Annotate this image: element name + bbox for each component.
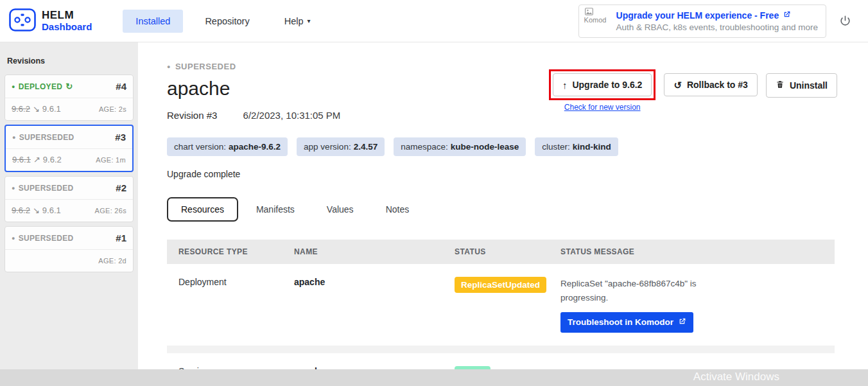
revision-label: Revision #3 — [167, 110, 217, 121]
new-version: 9.6.2 — [43, 155, 62, 164]
logo-title: HELM — [42, 10, 92, 22]
tab-resources[interactable]: Resources — [167, 197, 238, 222]
status-dot-icon: ● — [12, 235, 15, 241]
komodor-image: Komod — [584, 7, 610, 35]
status-dot-icon: ● — [12, 134, 16, 141]
promo-subtitle: Auth & RBAC, k8s events, troubleshooting… — [616, 22, 818, 32]
revision-age: AGE: 2d — [98, 257, 126, 265]
upgrade-button-label: Upgrade to 9.6.2 — [572, 80, 642, 90]
rollback-icon: ↺ — [673, 80, 682, 90]
old-version: 9.6.2 — [12, 206, 30, 215]
new-version: 9.6.1 — [42, 206, 61, 215]
troubleshoot-komodor-button[interactable]: Troubleshoot in Komodor — [560, 312, 693, 333]
upgrade-button[interactable]: ↑ Upgrade to 9.6.2 — [553, 73, 652, 96]
col-status-message: STATUS MESSAGE — [560, 247, 823, 256]
promo-upgrade-link[interactable]: Upgrade your HELM experience - Free — [616, 10, 818, 21]
revision-status-label: SUPERSEDED — [19, 234, 74, 243]
komodor-promo-banner[interactable]: Komod Upgrade your HELM experience - Fre… — [578, 4, 826, 38]
revision-card-4[interactable]: ● DEPLOYED ↻ #4 9.6.2 ↘ 9.6.1 AGE: 2s — [4, 75, 134, 121]
upgrade-arrow-icon: ↑ — [562, 80, 568, 90]
revision-card-2[interactable]: ● SUPERSEDED #2 9.6.2 ↘ 9.6.1 AGE: 26s — [4, 176, 134, 222]
main-nav: Installed Repository Help ▾ — [123, 10, 323, 33]
version-arrow-icon: ↘ — [33, 206, 40, 215]
desktop-strip: Activate Windows — [0, 369, 868, 386]
external-link-icon — [678, 317, 686, 328]
revision-versions: 9.6.2 ↘ 9.6.1 — [12, 104, 61, 114]
release-meta-badges: chart version:apache-9.6.2 app version:2… — [167, 137, 835, 156]
promo-link-label: Upgrade your HELM experience - Free — [616, 10, 779, 21]
revision-status-label: DEPLOYED — [19, 82, 62, 91]
table-row-deployment: Deployment apache ReplicaSetUpdated Repl… — [167, 264, 835, 346]
chevron-down-icon: ▾ — [308, 17, 311, 24]
helm-dashboard-logo[interactable]: HELM Dashboard — [9, 8, 92, 34]
nav-tab-installed[interactable]: Installed — [123, 10, 183, 33]
new-version: 9.6.1 — [42, 104, 61, 114]
redeploy-icon[interactable]: ↻ — [65, 82, 73, 91]
rollback-button-label: Rollback to #3 — [687, 80, 748, 90]
annotation-highlight-box: ↑ Upgrade to 9.6.2 — [549, 69, 655, 100]
uninstall-button-label: Uninstall — [790, 80, 828, 91]
revision-versions: 9.6.1 ↗ 9.6.2 — [12, 155, 62, 164]
revision-status-label: SUPERSEDED — [19, 133, 74, 142]
release-note: Upgrade complete — [167, 169, 835, 179]
logo-subtitle: Dashboard — [42, 22, 92, 33]
col-status: STATUS — [455, 247, 560, 256]
revision-status: ● SUPERSEDED — [12, 133, 74, 142]
revisions-sidebar: Revisions ● DEPLOYED ↻ #4 9.6.2 ↘ 9.6.1 … — [0, 42, 138, 369]
revision-age: AGE: 26s — [95, 207, 126, 215]
revision-number: #3 — [115, 132, 126, 143]
table-row-service: Service apache Exists — [167, 353, 835, 369]
revision-number: #4 — [116, 81, 126, 92]
version-arrow-icon: ↘ — [33, 104, 40, 114]
tab-values[interactable]: Values — [313, 197, 368, 222]
power-icon — [839, 15, 851, 27]
old-version: 9.6.1 — [12, 155, 31, 164]
revision-versions: 9.6.2 ↘ 9.6.1 — [12, 206, 61, 215]
revision-status: ● DEPLOYED ↻ — [12, 82, 73, 91]
revision-date: 6/2/2023, 10:31:05 PM — [243, 110, 341, 121]
rollback-button[interactable]: ↺ Rollback to #3 — [664, 73, 758, 96]
top-navbar: HELM Dashboard Installed Repository Help… — [0, 0, 868, 42]
table-header-row: RESOURCE TYPE NAME STATUS STATUS MESSAGE — [167, 240, 835, 264]
revisions-heading: Revisions — [7, 57, 134, 66]
col-name: NAME — [294, 247, 455, 256]
revision-status: ● SUPERSEDED — [12, 184, 73, 193]
komodor-image-alt: Komod — [584, 16, 607, 24]
resource-type-cell: Deployment — [178, 277, 294, 287]
chart-version-badge: chart version:apache-9.6.2 — [167, 137, 288, 156]
uninstall-button[interactable]: Uninstall — [766, 73, 837, 98]
external-link-icon — [783, 10, 791, 21]
broken-image-icon — [584, 7, 594, 16]
status-message: ReplicaSet "apache-68fb867c4b" is progre… — [560, 277, 724, 306]
nav-tab-help[interactable]: Help ▾ — [272, 10, 324, 33]
activate-windows-watermark: Activate Windows — [693, 371, 779, 383]
release-actions: ↑ Upgrade to 9.6.2 Check for new version… — [549, 69, 837, 112]
power-button[interactable] — [839, 15, 851, 27]
revision-card-3[interactable]: ● SUPERSEDED #3 9.6.1 ↗ 9.6.2 AGE: 1m — [4, 125, 134, 172]
revision-number: #2 — [116, 182, 126, 193]
app-version-badge: app version:2.4.57 — [297, 137, 385, 156]
check-new-version-link[interactable]: Check for new version — [564, 103, 641, 112]
row-divider — [167, 346, 835, 353]
helm-logo-icon — [9, 8, 36, 34]
status-badge: ReplicaSetUpdated — [455, 277, 546, 293]
revision-age: AGE: 2s — [99, 105, 126, 113]
tab-notes[interactable]: Notes — [372, 197, 424, 222]
status-dot-icon: ● — [12, 83, 15, 90]
trash-icon — [776, 80, 785, 91]
revision-number: #1 — [116, 232, 126, 243]
revision-age: AGE: 1m — [96, 156, 126, 164]
revision-status: ● SUPERSEDED — [12, 234, 73, 243]
resources-table: RESOURCE TYPE NAME STATUS STATUS MESSAGE… — [167, 240, 835, 369]
tab-manifests[interactable]: Manifests — [242, 197, 309, 222]
troubleshoot-label: Troubleshoot in Komodor — [568, 317, 673, 327]
resource-name-cell: apache — [294, 277, 455, 287]
col-resource-type: RESOURCE TYPE — [178, 247, 294, 256]
detail-tabs: Resources Manifests Values Notes — [167, 197, 835, 222]
status-dot-icon: ● — [167, 64, 171, 70]
namespace-badge: namespace:kube-node-lease — [394, 137, 526, 156]
cluster-badge: cluster:kind-kind — [535, 137, 618, 156]
nav-help-label: Help — [284, 16, 304, 26]
revision-card-1[interactable]: ● SUPERSEDED #1 AGE: 2d — [4, 226, 134, 272]
nav-tab-repository[interactable]: Repository — [192, 10, 262, 33]
